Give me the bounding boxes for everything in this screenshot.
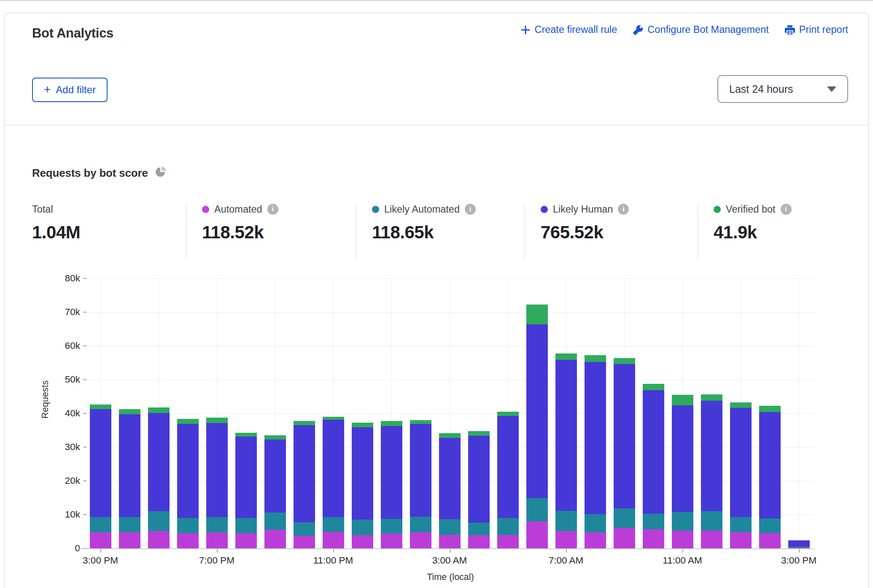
bar-segment-automated[interactable] [264, 530, 286, 548]
bar-segment-likely-human[interactable] [148, 413, 170, 511]
bar-segment-likely-human[interactable] [643, 390, 664, 514]
bar-segment-likely-automated[interactable] [468, 523, 490, 535]
bar-segment-verified-bot[interactable] [585, 355, 606, 362]
bar-segment-verified-bot[interactable] [148, 407, 170, 413]
bar-segment-likely-automated[interactable] [235, 518, 257, 533]
info-icon[interactable]: i [781, 204, 792, 215]
bar-segment-verified-bot[interactable] [352, 423, 373, 427]
bar-segment-likely-automated[interactable] [410, 517, 431, 532]
bar-segment-automated[interactable] [235, 533, 257, 548]
bar-segment-verified-bot[interactable] [614, 358, 635, 364]
info-icon[interactable]: i [618, 204, 629, 215]
bar-segment-automated[interactable] [643, 529, 664, 548]
bar-segment-likely-automated[interactable] [119, 517, 140, 532]
bar-segment-likely-human[interactable] [730, 408, 752, 517]
bar-segment-automated[interactable] [614, 528, 635, 548]
time-range-select[interactable]: Last 24 hours [717, 75, 848, 103]
bar-segment-verified-bot[interactable] [119, 409, 140, 414]
bar-segment-automated[interactable] [468, 535, 490, 548]
bar-segment-likely-human[interactable] [526, 324, 548, 498]
bar-segment-likely-automated[interactable] [672, 512, 693, 530]
bar-segment-automated[interactable] [294, 536, 315, 548]
configure-bot-management-link[interactable]: Configure Bot Management [633, 24, 768, 35]
bar-segment-verified-bot[interactable] [701, 394, 722, 401]
bar-segment-automated[interactable] [206, 532, 228, 548]
bar-segment-likely-automated[interactable] [643, 514, 664, 530]
bar-segment-likely-human[interactable] [119, 414, 140, 517]
bar-segment-likely-automated[interactable] [90, 517, 111, 532]
bar-segment-automated[interactable] [497, 535, 519, 548]
bar-segment-likely-human[interactable] [555, 360, 577, 511]
bar-segment-verified-bot[interactable] [235, 433, 257, 437]
bar-segment-automated[interactable] [585, 532, 606, 548]
bar-segment-likely-human[interactable] [585, 362, 606, 514]
bar-segment-likely-automated[interactable] [759, 518, 781, 533]
bar-segment-verified-bot[interactable] [439, 433, 461, 437]
add-filter-button[interactable]: + Add filter [32, 78, 108, 102]
bar-segment-automated[interactable] [701, 531, 722, 548]
bar-segment-likely-human[interactable] [701, 401, 722, 511]
bar-segment-likely-automated[interactable] [526, 498, 548, 521]
bar-segment-automated[interactable] [788, 548, 810, 548]
info-icon[interactable]: i [267, 204, 278, 215]
bar-segment-verified-bot[interactable] [90, 405, 111, 409]
bar-segment-likely-human[interactable] [439, 438, 461, 520]
info-icon[interactable]: i [465, 204, 476, 215]
bar-segment-verified-bot[interactable] [759, 406, 781, 412]
bar-segment-verified-bot[interactable] [177, 419, 199, 424]
bar-segment-likely-human[interactable] [381, 426, 402, 519]
bar-segment-verified-bot[interactable] [323, 417, 344, 420]
bar-segment-automated[interactable] [323, 532, 344, 548]
bar-segment-likely-automated[interactable] [352, 520, 373, 535]
bar-segment-automated[interactable] [439, 535, 461, 548]
bar-segment-likely-automated[interactable] [323, 517, 344, 532]
bar-segment-likely-automated[interactable] [788, 547, 810, 548]
bar-segment-likely-automated[interactable] [294, 522, 315, 536]
bar-segment-verified-bot[interactable] [468, 431, 490, 435]
bar-segment-automated[interactable] [410, 532, 431, 548]
bar-segment-likely-human[interactable] [788, 540, 810, 547]
bar-segment-likely-human[interactable] [468, 436, 490, 523]
bar-segment-likely-automated[interactable] [439, 519, 461, 535]
bar-segment-likely-automated[interactable] [701, 511, 722, 531]
bar-segment-verified-bot[interactable] [410, 420, 431, 424]
bar-segment-automated[interactable] [759, 533, 781, 548]
bar-segment-likely-human[interactable] [672, 405, 693, 512]
print-report-link[interactable]: Print report [785, 24, 848, 35]
bar-segment-verified-bot[interactable] [381, 421, 402, 426]
create-firewall-rule-link[interactable]: Create firewall rule [521, 24, 617, 35]
bar-segment-automated[interactable] [381, 534, 402, 548]
bar-segment-likely-automated[interactable] [381, 519, 402, 534]
bar-segment-likely-human[interactable] [497, 416, 519, 518]
bar-segment-likely-human[interactable] [759, 412, 781, 518]
bar-segment-verified-bot[interactable] [643, 384, 664, 390]
bar-segment-verified-bot[interactable] [555, 353, 577, 359]
bar-segment-likely-automated[interactable] [264, 512, 286, 530]
bar-segment-verified-bot[interactable] [206, 418, 228, 423]
bar-segment-likely-human[interactable] [206, 423, 228, 517]
bar-segment-automated[interactable] [119, 532, 140, 548]
bar-segment-likely-automated[interactable] [177, 518, 199, 533]
bar-segment-verified-bot[interactable] [730, 402, 752, 408]
bar-segment-likely-human[interactable] [177, 424, 199, 518]
bar-segment-automated[interactable] [555, 531, 577, 548]
bar-segment-likely-automated[interactable] [730, 517, 752, 532]
bar-segment-likely-human[interactable] [614, 364, 635, 508]
bar-segment-verified-bot[interactable] [294, 421, 315, 425]
bar-segment-likely-automated[interactable] [206, 517, 228, 532]
bar-segment-automated[interactable] [177, 533, 199, 548]
bar-segment-likely-automated[interactable] [614, 508, 635, 528]
bar-segment-automated[interactable] [148, 531, 170, 548]
bar-segment-likely-human[interactable] [352, 427, 373, 520]
bar-segment-verified-bot[interactable] [264, 435, 286, 440]
bar-segment-likely-automated[interactable] [497, 518, 519, 535]
bar-segment-likely-human[interactable] [90, 409, 111, 518]
bar-segment-automated[interactable] [730, 532, 752, 548]
bar-segment-verified-bot[interactable] [672, 395, 693, 405]
bar-segment-likely-human[interactable] [235, 437, 257, 518]
bar-segment-likely-automated[interactable] [148, 511, 170, 531]
bar-segment-likely-human[interactable] [410, 424, 431, 517]
bar-segment-automated[interactable] [90, 532, 111, 548]
bar-segment-likely-human[interactable] [323, 420, 344, 517]
bar-segment-verified-bot[interactable] [497, 412, 519, 416]
